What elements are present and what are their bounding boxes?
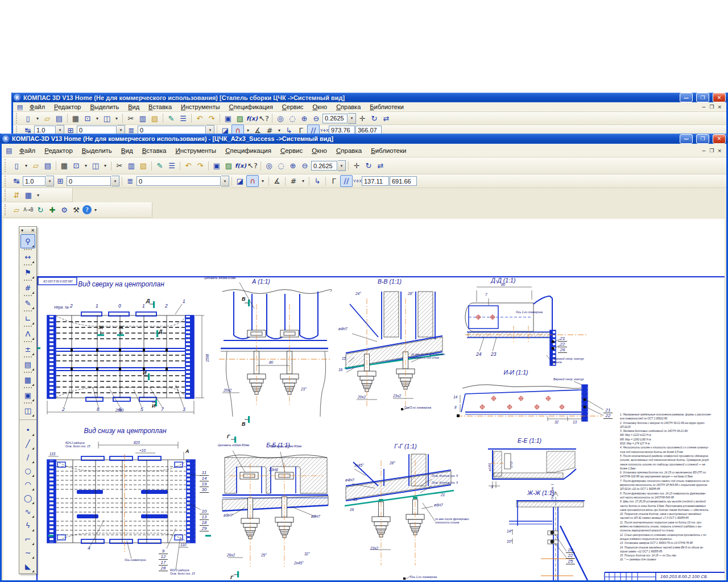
spec-icon[interactable]: ☰	[166, 160, 177, 171]
cut-icon[interactable]: ✂	[114, 160, 125, 171]
zoom-select-icon[interactable]: ◌	[287, 113, 298, 124]
convert-icon[interactable]: ◫	[90, 160, 101, 171]
tool-dimensions[interactable]: ↔	[21, 251, 35, 264]
pan-icon[interactable]: ✛	[357, 113, 368, 124]
paste-icon[interactable]: ▧	[149, 113, 160, 124]
variables-icon[interactable]: ▨	[223, 160, 234, 171]
window-icon[interactable]: ▣	[222, 113, 234, 124]
menu-view[interactable]: Вид	[124, 103, 143, 111]
magnet-drop[interactable]: ▾	[259, 176, 266, 186]
mdi-controls-main[interactable]: − ❐ ×	[702, 148, 724, 153]
preview-drop-icon[interactable]: ▾	[82, 160, 89, 171]
layer-value-main[interactable]: 0	[136, 176, 221, 186]
tool-aux-line[interactable]: ∕	[21, 451, 35, 464]
rebuild-icon[interactable]: ⇄	[380, 113, 392, 124]
menu-spec[interactable]: Спецификация	[221, 147, 275, 155]
tool-ellipse[interactable]: ◯	[21, 492, 35, 505]
menu-help[interactable]: Справка	[332, 103, 365, 111]
layers-icon[interactable]: ≣	[125, 176, 136, 186]
cursor-step-value-main[interactable]: 1.0	[23, 176, 46, 186]
zoom-select-icon[interactable]: ◌	[275, 160, 287, 171]
rebuild-icon[interactable]: ⇄	[375, 160, 386, 171]
refresh-icon[interactable]: ↻	[363, 160, 374, 171]
tool-broken-line[interactable]: ϟ	[21, 519, 35, 532]
filter-icon[interactable]: ◪	[234, 176, 246, 186]
library-open-icon[interactable]: ▱	[11, 205, 22, 215]
menu-window[interactable]: Окно	[309, 103, 332, 111]
panel-header[interactable]: ▾ ✕	[19, 227, 36, 234]
tool-bezier[interactable]: ∼	[21, 546, 35, 559]
tool-designations-psp[interactable]: #	[21, 281, 35, 294]
tool-polyline[interactable]: ⌐	[21, 533, 35, 546]
ortho-icon[interactable]: Γ	[328, 176, 340, 186]
close-panel-icon[interactable]: ✕	[31, 228, 35, 233]
coord-y-main[interactable]: 691.66	[390, 176, 417, 186]
tool-insert[interactable]: ◫	[21, 404, 35, 417]
menu-libraries[interactable]: Библиотеки	[366, 103, 408, 111]
coord-x-main[interactable]: 137.11	[362, 176, 389, 186]
menu-tools[interactable]: Инструменты	[171, 147, 220, 155]
zoom-rect-icon[interactable]: ◎	[275, 113, 286, 124]
refresh-icon[interactable]: ↻	[369, 113, 380, 124]
menu-insert[interactable]: Вставка	[144, 103, 176, 111]
mdi-close[interactable]: ×	[717, 104, 722, 110]
menu-view[interactable]: Вид	[117, 147, 137, 155]
mdi-min[interactable]: −	[702, 104, 706, 110]
spec-icon[interactable]: ☰	[177, 113, 189, 124]
import-export-icon[interactable]: ⇵	[11, 190, 22, 201]
tool-nurbs[interactable]: ∿	[21, 505, 35, 518]
fx-icon[interactable]: f(x)	[246, 113, 258, 124]
tool-arc[interactable]: ◠	[21, 478, 35, 491]
menu-spec[interactable]: Спецификация	[225, 103, 277, 111]
zoom-in-icon[interactable]: ⊕	[287, 160, 299, 171]
zoom-out-icon[interactable]: ⊖	[299, 160, 311, 171]
tool-measure-2d[interactable]: ⚲	[20, 234, 35, 248]
mdi-close[interactable]: ×	[717, 148, 722, 153]
restore-button[interactable]: ❐	[696, 93, 709, 102]
convert-drop-icon[interactable]: ▾	[113, 113, 120, 124]
report-table-icon[interactable]: ▦	[23, 190, 34, 201]
zoom-value-main[interactable]: 0.2625	[311, 161, 337, 171]
angle-icon[interactable]: ∡	[271, 176, 283, 186]
menu-edit[interactable]: Редактор	[50, 103, 85, 111]
undo-icon[interactable]: ↶	[183, 160, 194, 171]
print-icon[interactable]: ▦	[59, 160, 70, 171]
tool-segment[interactable]: ╱	[21, 437, 35, 450]
library-find-icon[interactable]: A→B	[23, 205, 34, 215]
new-drop-icon[interactable]: ▾	[34, 113, 41, 124]
library-overflow[interactable]: ▾	[92, 205, 99, 215]
lcs-icon[interactable]: ↳	[312, 176, 323, 186]
menu-libraries[interactable]: Библиотеки	[367, 147, 410, 155]
drawing-canvas[interactable]: 160.203.8.00.2.100 СБ 160.203.8.00.2.100…	[3, 219, 725, 580]
menu-edit[interactable]: Редактор	[40, 147, 77, 155]
paste-icon[interactable]: ▧	[138, 160, 149, 171]
new-doc-icon[interactable]: ▯	[22, 113, 34, 124]
zoom-in-icon[interactable]: ⊕	[299, 113, 310, 124]
collapse-icon[interactable]: ▾	[21, 228, 23, 233]
preview-icon[interactable]: ⊡	[71, 160, 82, 171]
restore-button-main[interactable]: ❐	[696, 134, 709, 144]
fx-icon[interactable]: f(x)	[235, 160, 246, 171]
menu-file[interactable]: Файл	[26, 103, 49, 111]
save-icon[interactable]: ▤	[53, 113, 65, 124]
context-help-icon[interactable]: ↖?	[247, 160, 258, 171]
tool-designations[interactable]: ⚑	[21, 266, 35, 279]
open-icon[interactable]: ▱	[30, 160, 42, 171]
tool-circle[interactable]: ○	[21, 464, 35, 477]
preview-drop-icon[interactable]: ▾	[94, 113, 101, 124]
titlebar-back[interactable]: К КОМПАС 3D V13 Home (Не для коммерческо…	[11, 93, 728, 102]
preview-icon[interactable]: ⊡	[82, 113, 93, 124]
library-screws-icon[interactable]: ⚙	[59, 205, 70, 215]
magnet-icon[interactable]: ∩	[246, 175, 259, 187]
variables-icon[interactable]: ▨	[234, 113, 246, 124]
titlebar-main[interactable]: К КОМПАС-3D V13 Home (Не для коммерческо…	[0, 134, 728, 144]
zoom-drop[interactable]: ▾	[348, 113, 356, 124]
cut-icon[interactable]: ✂	[125, 113, 136, 124]
dock-overflow[interactable]: ▾	[35, 190, 42, 201]
menu-select[interactable]: Выделить	[86, 103, 123, 111]
print-icon[interactable]: ▦	[70, 113, 81, 124]
menu-service[interactable]: Сервис	[276, 147, 307, 155]
copy-icon[interactable]: ▥	[137, 113, 148, 124]
step-drop[interactable]: ▾	[46, 176, 54, 186]
mdi-restore[interactable]: ❐	[709, 148, 714, 153]
